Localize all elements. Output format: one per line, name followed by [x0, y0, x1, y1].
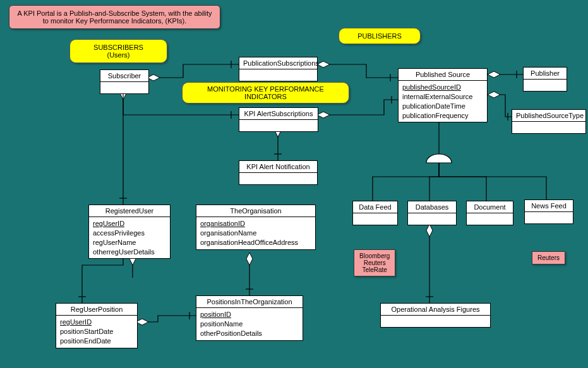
- description-note: A KPI Portal is a Publish-and-Subscribe …: [9, 5, 220, 29]
- entity-title: News Feed: [525, 200, 573, 212]
- attr: regUserID: [93, 220, 124, 227]
- entity-operational-analysis-figures: Operational Analysis Figures: [380, 303, 491, 328]
- entity-title: PublicationSubscriptions: [239, 57, 317, 69]
- entity-body: regUserID positionStartDate positionEndD…: [56, 316, 137, 348]
- entity-body: [525, 212, 573, 223]
- entity-body: publishedSourceID internalExternalSource…: [399, 81, 487, 122]
- subscribers-annotation: SUBSCRIBERS (Users): [69, 39, 167, 63]
- svg-marker-3: [317, 61, 330, 68]
- entity-reg-user-position: RegUserPosition regUserID positionStartD…: [56, 303, 138, 348]
- svg-marker-1: [147, 74, 160, 81]
- entity-title: Subscriber: [100, 70, 148, 82]
- entity-title: TheOrganisation: [196, 205, 315, 217]
- entity-body: organisationID organisationName organisa…: [196, 217, 315, 249]
- attr: organisationHeadOfficeAddress: [200, 239, 298, 246]
- entity-body: [524, 80, 567, 91]
- entity-title: KPI AlertSubscriptions: [239, 108, 318, 120]
- entity-title: KPI Alert Notification: [239, 161, 317, 173]
- attr: positionEndDate: [60, 337, 111, 345]
- entity-body: [239, 69, 317, 81]
- entity-title: Databases: [408, 201, 456, 213]
- entity-kpi-alert-subscriptions: KPI AlertSubscriptions: [239, 107, 318, 132]
- entity-title: PublishedSourceType: [512, 110, 585, 122]
- attr: regUserName: [93, 239, 136, 246]
- entity-body: [381, 316, 490, 327]
- entity-the-organisation: TheOrganisation organisationID organisat…: [196, 205, 316, 250]
- monitoring-label: MONITORING KEY PERFORMANCE INDICATORS: [207, 85, 324, 100]
- entity-title: PositionsInTheOrganization: [196, 296, 303, 308]
- entity-subscriber: Subscriber: [100, 69, 149, 94]
- entity-publication-subscriptions: PublicationSubscriptions: [239, 57, 318, 81]
- attr: positionID: [200, 311, 231, 318]
- entity-published-source-type: PublishedSourceType: [512, 109, 586, 134]
- entity-title: RegisteredUser: [89, 205, 170, 217]
- description-text: A KPI Portal is a Publish-and-Subscribe …: [17, 9, 212, 25]
- entity-title: Operational Analysis Figures: [381, 304, 490, 316]
- entity-title: Document: [467, 201, 513, 213]
- entity-data-feed: Data Feed: [352, 201, 398, 225]
- attr: publicationDateTime: [402, 102, 465, 110]
- entity-body: [353, 213, 397, 225]
- entity-body: [512, 122, 585, 133]
- entity-news-feed: News Feed: [524, 199, 573, 224]
- news-note: Reuters: [532, 251, 565, 264]
- news-text: Reuters: [537, 254, 560, 261]
- entity-body: [408, 213, 456, 225]
- entity-body: [100, 82, 148, 93]
- publishers-label: PUBLISHERS: [357, 32, 402, 40]
- entity-body: positionID positionName otherPositionDet…: [196, 308, 303, 340]
- attr: accessPrivileges: [93, 229, 145, 237]
- entity-body: [467, 213, 513, 225]
- entity-kpi-alert-notification: KPI Alert Notification: [239, 160, 318, 185]
- attr: organisationID: [200, 220, 245, 227]
- attr: positionStartDate: [60, 328, 113, 335]
- attr: regUserID: [60, 318, 92, 326]
- svg-marker-22: [488, 71, 500, 78]
- attr: publicationFrequency: [402, 112, 469, 119]
- entity-body: [239, 120, 318, 131]
- entity-databases: Databases: [407, 201, 457, 225]
- svg-marker-24: [488, 92, 500, 98]
- attr: publishedSourceID: [402, 83, 461, 91]
- entity-published-source: Published Source publishedSourceID inter…: [398, 68, 488, 122]
- svg-marker-7: [317, 112, 330, 118]
- svg-marker-16: [136, 319, 148, 325]
- attr: positionName: [200, 320, 243, 328]
- svg-marker-19: [246, 252, 253, 265]
- publishers-annotation: PUBLISHERS: [339, 28, 421, 44]
- entity-positions-in-the-organization: PositionsInTheOrganization positionID po…: [196, 295, 303, 341]
- attr: otherPositionDetails: [200, 329, 262, 337]
- monitoring-annotation: MONITORING KEY PERFORMANCE INDICATORS: [182, 82, 349, 104]
- entity-publisher: Publisher: [523, 67, 567, 92]
- attr: organisationName: [200, 229, 256, 237]
- entity-body: regUserID accessPrivileges regUserName o…: [89, 217, 170, 258]
- entity-document: Document: [466, 201, 513, 225]
- entity-registered-user: RegisteredUser regUserID accessPrivilege…: [88, 205, 171, 259]
- feeds-text: Bloomberg Reuters TeleRate: [359, 252, 390, 273]
- attr: otherregUserDetails: [93, 248, 155, 256]
- entity-title: Publisher: [524, 68, 567, 80]
- entity-body: [239, 173, 317, 184]
- feeds-note: Bloomberg Reuters TeleRate: [354, 249, 395, 276]
- entity-title: Published Source: [399, 69, 487, 81]
- attr: internalExternalSource: [402, 93, 472, 100]
- entity-title: Data Feed: [353, 201, 397, 213]
- svg-marker-28: [426, 224, 433, 237]
- subscribers-label: SUBSCRIBERS (Users): [79, 44, 158, 59]
- entity-title: RegUserPosition: [56, 304, 137, 316]
